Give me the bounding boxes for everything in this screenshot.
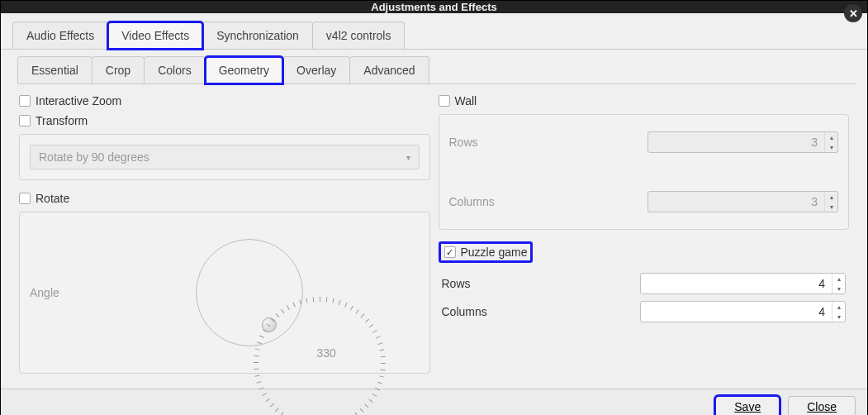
dial-circle xyxy=(196,239,303,346)
tab-v4l2-controls[interactable]: v4l2 controls xyxy=(312,21,406,49)
wall-rows-input[interactable] xyxy=(648,132,825,152)
transform-label: Transform xyxy=(36,114,88,127)
subtab-essential[interactable]: Essential xyxy=(17,56,92,83)
puzzle-cols-label: Columns xyxy=(442,305,640,318)
tab-audio-effects[interactable]: Audio Effects xyxy=(12,21,108,49)
wall-cols-row: Columns ▴ ▾ xyxy=(449,191,839,212)
puzzle-label: Puzzle game xyxy=(461,246,528,259)
wall-rows-label: Rows xyxy=(449,136,647,149)
angle-label: Angle xyxy=(30,286,79,299)
rotate-checkbox[interactable] xyxy=(19,193,31,204)
transform-checkbox-row[interactable]: Transform xyxy=(19,114,430,127)
tab-video-effects[interactable]: Video Effects xyxy=(107,21,203,50)
interactive-zoom-label: Interactive Zoom xyxy=(36,94,121,107)
wall-cols-label: Columns xyxy=(449,195,647,208)
close-button[interactable]: Close xyxy=(788,396,856,415)
subtab-geometry[interactable]: Geometry xyxy=(205,56,283,84)
transform-select[interactable]: Rotate by 90 degrees ▾ xyxy=(30,145,420,169)
transform-checkbox[interactable] xyxy=(19,115,31,126)
rotate-label: Rotate xyxy=(36,192,69,205)
puzzle-rows-row: Rows ▴ ▾ xyxy=(442,273,847,294)
puzzle-cols-input[interactable] xyxy=(641,302,832,322)
puzzle-checkbox-row[interactable]: Puzzle game xyxy=(439,241,534,263)
rotate-group: Angle 330 xyxy=(19,212,430,374)
puzzle-cols-down-icon[interactable]: ▾ xyxy=(832,312,845,322)
video-effects-panel: Essential Crop Colors Geometry Overlay A… xyxy=(1,50,867,84)
puzzle-rows-input[interactable] xyxy=(641,274,832,293)
wall-rows-row: Rows ▴ ▾ xyxy=(449,131,839,153)
close-icon: ✕ xyxy=(849,7,858,20)
save-button[interactable]: Save xyxy=(715,396,780,415)
puzzle-cols-up-icon[interactable]: ▴ xyxy=(832,302,845,312)
wall-checkbox[interactable] xyxy=(439,95,450,107)
puzzle-cols-spinner[interactable]: ▴ ▾ xyxy=(640,301,847,322)
dial-value: 330 xyxy=(316,346,335,360)
main-tabs: Audio Effects Video Effects Synchronizat… xyxy=(1,13,867,50)
wall-cols-spinner[interactable]: ▴ ▾ xyxy=(647,191,839,212)
wall-cols-up-icon[interactable]: ▴ xyxy=(825,192,837,202)
wall-group: Rows ▴ ▾ Columns ▴ xyxy=(439,114,850,230)
subtab-overlay[interactable]: Overlay xyxy=(282,56,350,83)
puzzle-checkbox[interactable] xyxy=(444,246,456,258)
video-effects-subtabs: Essential Crop Colors Geometry Overlay A… xyxy=(17,56,856,84)
subtab-advanced[interactable]: Advanced xyxy=(349,56,429,83)
subtab-colors[interactable]: Colors xyxy=(144,56,205,83)
puzzle-rows-up-icon[interactable]: ▴ xyxy=(832,274,845,284)
window-close-button[interactable]: ✕ xyxy=(844,4,862,22)
puzzle-rows-down-icon[interactable]: ▾ xyxy=(832,284,845,293)
wall-checkbox-row[interactable]: Wall xyxy=(439,94,850,107)
geometry-content: Interactive Zoom Transform Rotate by 90 … xyxy=(1,84,867,389)
interactive-zoom-checkbox[interactable] xyxy=(19,95,31,107)
wall-rows-spinner[interactable]: ▴ ▾ xyxy=(647,131,839,153)
rotate-checkbox-row[interactable]: Rotate xyxy=(19,192,430,205)
wall-rows-up-icon[interactable]: ▴ xyxy=(825,132,837,142)
chevron-down-icon: ▾ xyxy=(406,153,410,162)
transform-group: Rotate by 90 degrees ▾ xyxy=(19,134,430,180)
wall-cols-input[interactable] xyxy=(648,192,825,212)
angle-dial[interactable]: 330 xyxy=(79,222,420,363)
right-column: Wall Rows ▴ ▾ Columns xyxy=(439,91,850,382)
puzzle-rows-label: Rows xyxy=(442,277,640,290)
puzzle-group: Rows ▴ ▾ Columns ▴ xyxy=(439,266,850,329)
left-column: Interactive Zoom Transform Rotate by 90 … xyxy=(19,91,430,382)
wall-rows-down-icon[interactable]: ▾ xyxy=(825,142,837,152)
window-title: Adjustments and Effects xyxy=(371,1,496,13)
dialog-footer: Save Close xyxy=(1,389,867,415)
transform-select-value: Rotate by 90 degrees xyxy=(39,150,149,164)
title-bar: Adjustments and Effects ✕ xyxy=(1,1,867,13)
wall-cols-down-icon[interactable]: ▾ xyxy=(825,202,837,212)
puzzle-cols-row: Columns ▴ ▾ xyxy=(442,301,847,322)
interactive-zoom-checkbox-row[interactable]: Interactive Zoom xyxy=(19,94,430,107)
subtab-crop[interactable]: Crop xyxy=(92,56,145,83)
puzzle-rows-spinner[interactable]: ▴ ▾ xyxy=(640,273,847,294)
wall-label: Wall xyxy=(455,94,477,107)
tab-synchronization[interactable]: Synchronization xyxy=(202,21,313,49)
window: Adjustments and Effects ✕ Audio Effects … xyxy=(0,0,868,415)
